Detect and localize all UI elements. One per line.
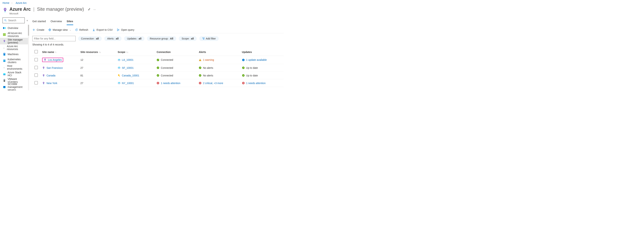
sidebar-item[interactable]: Azure Stack HCI xyxy=(0,71,28,77)
alerts-cell: No alerts xyxy=(199,66,238,69)
filter-pill[interactable]: Scope : all xyxy=(179,36,197,41)
sidebar-item[interactable]: Site manager (preview) xyxy=(0,38,28,44)
scope-link[interactable]: SF_10001 xyxy=(122,66,134,69)
filter-input[interactable] xyxy=(32,36,76,41)
updates-cell: 1 needs attention xyxy=(242,82,282,85)
scope-link[interactable]: LA_10001 xyxy=(122,58,134,61)
sidebar-item-label: Site manager (preview) xyxy=(8,38,26,44)
col-site-name[interactable]: Site name↑↓ xyxy=(40,48,78,56)
row-checkbox[interactable] xyxy=(34,66,38,69)
table-row: New York 27 NY_10001 1 needs attention 2… xyxy=(32,79,284,87)
sidebar-item[interactable]: Machines xyxy=(0,51,28,58)
col-scope[interactable]: Scope↑↓ xyxy=(116,48,154,56)
site-link[interactable]: Canada xyxy=(46,74,56,77)
site-name-cell: New York xyxy=(42,82,76,85)
scope-link[interactable]: Canada_10001 xyxy=(122,74,139,77)
pin-icon xyxy=(3,40,6,43)
sidebar: « OverviewAll Azure Arc resourcesSite ma… xyxy=(0,18,29,91)
vmware-icon xyxy=(3,79,6,82)
row-checkbox[interactable] xyxy=(34,81,38,84)
site-link[interactable]: Los Angeles xyxy=(48,58,62,61)
scope-cell: LA_10001 xyxy=(118,58,152,61)
err-icon xyxy=(156,82,159,84)
sidebar-item-label: Kubernetes clusters xyxy=(8,58,26,64)
create-button[interactable]: Create xyxy=(32,28,44,31)
site-name-cell: Canada xyxy=(42,74,76,77)
sidebar-item[interactable]: ⌄Azure Arc resources xyxy=(0,44,28,51)
connection-cell: Connected xyxy=(156,58,194,61)
filter-pill[interactable]: Updates : all xyxy=(124,36,144,41)
sidebar-item[interactable]: Overview xyxy=(0,25,28,31)
err-icon xyxy=(242,82,245,84)
pin-icon xyxy=(42,82,45,85)
sidebar-item[interactable]: SCVMM management servers xyxy=(0,84,28,90)
chevron-down-icon: ⌄ xyxy=(70,29,71,31)
plus-icon xyxy=(32,28,35,31)
row-checkbox[interactable] xyxy=(34,73,38,77)
tab[interactable]: Sites xyxy=(67,18,73,25)
collapse-sidebar-button[interactable]: « xyxy=(26,19,28,22)
breadcrumb-home[interactable]: Home xyxy=(2,2,9,4)
sidebar-search-input[interactable] xyxy=(8,19,23,22)
filter-pill[interactable]: Connection : all xyxy=(78,36,102,41)
page-header: Azure Arc | Site manager (preview) Micro… xyxy=(0,6,286,18)
site-link[interactable]: San Fransisco xyxy=(46,66,63,69)
scope-cell: SF_10001 xyxy=(118,66,152,69)
k8s-icon xyxy=(3,59,6,62)
resources-cell: 81 xyxy=(78,72,116,79)
filter-field[interactable] xyxy=(34,37,74,40)
open-query-button[interactable]: Open query xyxy=(117,28,134,31)
refresh-icon xyxy=(75,28,78,31)
service-title: Azure Arc xyxy=(10,7,31,12)
resources-cell: 12 xyxy=(78,56,116,64)
tab[interactable]: Get started xyxy=(32,18,46,25)
scrollbar-thumb[interactable] xyxy=(28,25,29,36)
sidebar-item[interactable]: All Azure Arc resources xyxy=(0,31,28,38)
table-row: Los Angeles 12 LA_10001 Connected 1 warn… xyxy=(32,56,284,64)
col-updates[interactable]: Updates xyxy=(240,48,284,56)
select-all-checkbox[interactable] xyxy=(34,50,38,53)
chevron-right-icon: 〉 xyxy=(12,2,14,4)
pin-icon xyxy=(44,58,46,61)
connection-cell: Connected xyxy=(156,74,194,77)
toolbar: Create Manage view ⌄ Refresh Export to C… xyxy=(32,28,284,33)
resources-cell: 27 xyxy=(78,79,116,87)
export-csv-button[interactable]: Export to CSV xyxy=(92,28,113,31)
warn-icon xyxy=(199,59,202,61)
sidebar-item[interactable]: ⌄Host environments xyxy=(0,64,28,71)
ok-icon xyxy=(156,59,159,61)
pin-icon xyxy=(42,66,45,69)
updates-cell: 1 update available xyxy=(242,58,282,61)
col-alerts[interactable]: Alerts xyxy=(196,48,240,56)
grid-icon xyxy=(3,33,6,36)
ok-icon xyxy=(156,74,159,77)
table-row: Canada 81 Canada_10001 Connected No aler… xyxy=(32,72,284,79)
sidebar-item-label: SCVMM management servers xyxy=(8,83,26,91)
breadcrumb-current[interactable]: Azure Arc xyxy=(16,2,27,4)
col-connection[interactable]: Connection xyxy=(154,48,196,56)
add-filter-button[interactable]: Add filter xyxy=(199,36,219,41)
sites-table: Site name↑↓ Site resources↑↓ Scope↑↓ Con… xyxy=(32,48,284,87)
sidebar-item-label: Overview xyxy=(8,27,18,30)
manage-view-button[interactable]: Manage view ⌄ xyxy=(48,28,71,31)
search-icon xyxy=(4,19,7,22)
col-site-resources[interactable]: Site resources↑↓ xyxy=(78,48,116,56)
tabs: Get startedOverviewSites xyxy=(32,18,284,25)
scope-link[interactable]: NY_10001 xyxy=(122,82,134,85)
updates-cell: Up to date xyxy=(242,74,282,77)
tab[interactable]: Overview xyxy=(50,18,62,25)
site-link[interactable]: New York xyxy=(46,82,57,85)
row-checkbox[interactable] xyxy=(34,58,38,61)
pin-button[interactable] xyxy=(88,8,90,12)
sidebar-search[interactable] xyxy=(2,18,25,23)
resources-cell: 27 xyxy=(78,64,116,72)
filter-pill[interactable]: Alerts : all xyxy=(104,36,122,41)
ok-icon xyxy=(199,66,202,69)
pin-icon xyxy=(42,74,45,77)
refresh-button[interactable]: Refresh xyxy=(75,28,88,31)
sidebar-item[interactable]: Kubernetes clusters xyxy=(0,58,28,64)
filter-icon xyxy=(202,37,205,40)
more-button[interactable]: ··· xyxy=(94,8,96,11)
filter-pill[interactable]: Resource group : All xyxy=(147,36,176,41)
chevron-down-icon: ⌄ xyxy=(3,47,5,49)
